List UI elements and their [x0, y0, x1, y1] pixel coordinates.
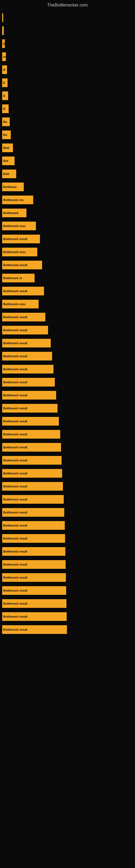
bar: Bottleneck result [2, 469, 62, 478]
bar-row: B [2, 103, 135, 115]
bar-label: Bottleneck result [3, 602, 27, 605]
bar-label: Bottleneck result [3, 368, 27, 371]
bar-row [2, 12, 135, 24]
bar: Bottleneck result [2, 495, 64, 504]
bar: Bottleneck result [2, 365, 53, 373]
bar-label: Bottleneck resu [3, 250, 26, 254]
bar: Bottleneck result [2, 443, 61, 452]
bar: Bottleneck result [2, 612, 67, 621]
bar-label: Bott [3, 172, 9, 176]
bar: B [2, 65, 7, 74]
bar-row: Bottleneck result [2, 376, 135, 388]
bar-row [2, 25, 135, 37]
bar: Bottleneck resu [2, 222, 36, 230]
bar-row: Bottleneck [2, 207, 135, 219]
bar-row: Bottleneck result [2, 350, 135, 362]
bar-row: Bott [2, 142, 135, 154]
bar-label: Bottlenec [3, 185, 17, 188]
bar-label: Bottleneck result [3, 354, 27, 358]
bar-row: Bottleneck result [2, 428, 135, 440]
bar: Bottleneck result [2, 339, 51, 347]
bar-label: Bottleneck result [3, 563, 27, 566]
bar: Bottleneck result [2, 573, 66, 582]
bar: Bottleneck result [2, 261, 42, 269]
bar-row: E [2, 90, 135, 102]
bar-label: Bottleneck result [3, 511, 27, 514]
bar-row: B [2, 64, 135, 76]
bar: Bottleneck result [2, 287, 44, 296]
bar-row: Bottleneck result [2, 493, 135, 505]
bar-label: B [3, 107, 5, 111]
bar-label: E [3, 42, 5, 45]
bar: Bottleneck res [2, 195, 33, 204]
bar-label: Bottleneck result [3, 407, 27, 410]
bar-row: Bottleneck result [2, 520, 135, 531]
bar: Bottleneck result [2, 508, 64, 517]
bar-row: Bottleneck result [2, 441, 135, 453]
bar: Bottleneck result [2, 326, 48, 335]
bar [2, 26, 4, 35]
bar-row: Bottleneck result [2, 324, 135, 336]
bar-row: Bottleneck result [2, 454, 135, 466]
bar-label: E [3, 81, 5, 84]
bar-row: Bottleneck result [2, 311, 135, 323]
bar-label: B [3, 68, 5, 71]
bar: E [2, 91, 8, 100]
bar-label: Bottleneck result [3, 459, 27, 462]
bar-row: Bottleneck result [2, 597, 135, 610]
bar: Bott [2, 144, 13, 152]
bar: Bottleneck result [2, 378, 55, 386]
bar-label: m [3, 55, 6, 58]
bar-label: Bottleneck result [3, 394, 27, 397]
bar-row: Bottleneck result [2, 624, 135, 636]
bar: Bottleneck result [2, 456, 61, 465]
bar: Bott [2, 169, 16, 178]
bar-label: Bot [3, 159, 8, 162]
bar-label: Bottleneck result [3, 380, 27, 384]
bar-label: Bottleneck result [3, 420, 27, 423]
bar-row: Bottleneck resu [2, 246, 135, 258]
bar [2, 13, 3, 22]
bar-label: Bottleneck result [3, 315, 27, 319]
bar: Bottleneck result [2, 599, 66, 608]
bar-row: Bottleneck result [2, 363, 135, 375]
bar: Bottleneck result [2, 430, 60, 439]
bar-row: Bottlenec [2, 181, 135, 193]
bar: Bottleneck result [2, 547, 65, 556]
bar-row: Bottleneck result [2, 558, 135, 570]
bar-row: Bottleneck result [2, 233, 135, 245]
bar-label: Bottleneck resu [3, 303, 26, 306]
bar-row: Bottleneck resu [2, 298, 135, 310]
bar-row: Bottleneck result [2, 571, 135, 584]
bar: E [2, 39, 5, 48]
bar-label: Bo [3, 120, 7, 123]
bar: Bo [2, 130, 11, 139]
bar-label: Bottleneck res [3, 198, 24, 202]
bar-label: Bottleneck result [3, 628, 27, 631]
bar-row: Bottleneck result [2, 259, 135, 271]
bar-label: E [3, 94, 5, 97]
bar-row: Bottleneck res [2, 194, 135, 206]
bar-row: Bottleneck re [2, 272, 135, 284]
bar-row: Bot [2, 155, 135, 167]
bar: Bottleneck resu [2, 300, 39, 308]
bar-label: Bottleneck [3, 211, 18, 215]
bar: m [2, 52, 6, 61]
bar-row: E [2, 77, 135, 89]
bar: Bottlenec [2, 183, 24, 191]
bar: Bottleneck result [2, 521, 65, 530]
bar-label: Bottleneck result [3, 446, 27, 449]
bar-label: Bottleneck result [3, 264, 27, 267]
bar-row: Bottleneck result [2, 285, 135, 297]
bar-row: Bottleneck result [2, 480, 135, 492]
site-title: TheBottlenecker.com [0, 0, 135, 9]
bar-label: Bottleneck result [3, 237, 27, 241]
bar-label: Bottleneck result [3, 576, 27, 579]
bar: Bottleneck result [2, 235, 40, 243]
bar-row: Bottleneck result [2, 506, 135, 518]
bar: Bottleneck result [2, 404, 57, 412]
bar: Bottleneck result [2, 586, 66, 595]
bar: Bottleneck result [2, 534, 65, 543]
bar-row: Bottleneck result [2, 402, 135, 414]
bar-label: Bottleneck re [3, 276, 22, 280]
